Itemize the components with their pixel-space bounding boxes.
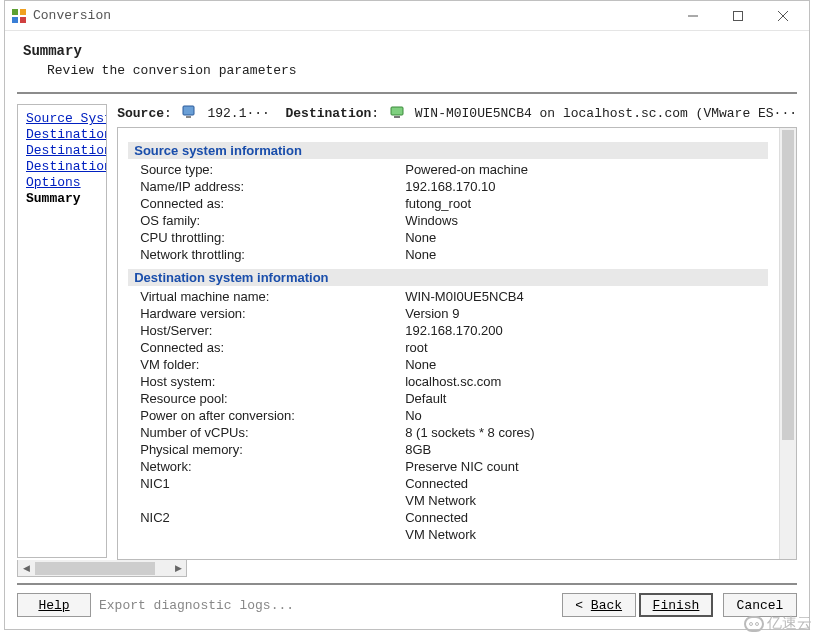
summary-row: Power on after conversion:No xyxy=(128,407,768,424)
scroll-left-arrow[interactable]: ◀ xyxy=(18,561,34,576)
wizard-body: Source SystemDestination SystemDestinati… xyxy=(5,100,809,560)
scroll-right-arrow[interactable]: ▶ xyxy=(170,561,186,576)
section-header: Destination system information xyxy=(128,269,768,286)
summary-value: Default xyxy=(405,390,768,407)
page-subtitle: Review the conversion parameters xyxy=(23,63,791,78)
app-icon xyxy=(11,8,27,24)
watermark-cloud-icon xyxy=(744,616,764,632)
summary-value: 8 (1 sockets * 8 cores) xyxy=(405,424,768,441)
hscroll-thumb[interactable] xyxy=(35,562,155,575)
summary-key: Connected as: xyxy=(140,339,405,356)
summary-value: No xyxy=(405,407,768,424)
titlebar: Conversion xyxy=(5,1,809,31)
summary-key: NIC1 xyxy=(140,475,405,492)
wizard-step-link: Summary xyxy=(26,191,98,207)
summary-value: 8GB xyxy=(405,441,768,458)
source-machine-icon xyxy=(182,104,198,120)
window-title: Conversion xyxy=(33,8,670,23)
summary-content: Source system informationSource type:Pow… xyxy=(118,128,778,559)
summary-key: Hardware version: xyxy=(140,305,405,322)
svg-rect-0 xyxy=(12,9,18,15)
vertical-scrollbar[interactable] xyxy=(779,128,796,559)
summary-row: Host system:localhost.sc.com xyxy=(128,373,768,390)
wizard-step-link[interactable]: Source System xyxy=(26,111,98,127)
summary-row: Name/IP address:192.168.170.10 xyxy=(128,178,768,195)
summary-row: Physical memory:8GB xyxy=(128,441,768,458)
svg-rect-3 xyxy=(20,17,26,23)
summary-key: Host system: xyxy=(140,373,405,390)
summary-key: Host/Server: xyxy=(140,322,405,339)
summary-value: VM Network xyxy=(405,492,768,509)
close-button[interactable] xyxy=(760,2,805,30)
summary-key: Physical memory: xyxy=(140,441,405,458)
summary-row: NIC2Connected xyxy=(128,509,768,526)
wizard-step-link[interactable]: Destination Virtual Machine xyxy=(26,143,98,159)
summary-key xyxy=(140,526,405,543)
svg-rect-1 xyxy=(20,9,26,15)
summary-value: Preserve NIC count xyxy=(405,458,768,475)
summary-row: OS family:Windows xyxy=(128,212,768,229)
minimize-button[interactable] xyxy=(670,2,715,30)
summary-key: NIC2 xyxy=(140,509,405,526)
maximize-button[interactable] xyxy=(715,2,760,30)
summary-key: VM folder: xyxy=(140,356,405,373)
summary-row: Network:Preserve NIC count xyxy=(128,458,768,475)
summary-key: Name/IP address: xyxy=(140,178,405,195)
summary-row: Resource pool:Default xyxy=(128,390,768,407)
summary-value: None xyxy=(405,356,768,373)
summary-row: Host/Server:192.168.170.200 xyxy=(128,322,768,339)
summary-row: Network throttling:None xyxy=(128,246,768,263)
summary-row: Number of vCPUs:8 (1 sockets * 8 cores) xyxy=(128,424,768,441)
svg-rect-2 xyxy=(12,17,18,23)
scrollbar-thumb[interactable] xyxy=(782,130,794,440)
source-value: 192.1··· xyxy=(207,106,269,121)
svg-rect-10 xyxy=(391,107,403,115)
summary-row: Connected as:root xyxy=(128,339,768,356)
wizard-step-link[interactable]: Destination Location xyxy=(26,159,98,175)
summary-value: Version 9 xyxy=(405,305,768,322)
wizard-step-link[interactable]: Destination System xyxy=(26,127,98,143)
summary-value: Powered-on machine xyxy=(405,161,768,178)
summary-row: Hardware version:Version 9 xyxy=(128,305,768,322)
export-logs-link[interactable]: Export diagnostic logs... xyxy=(99,598,294,613)
finish-button[interactable]: Finish xyxy=(639,593,713,617)
summary-value: None xyxy=(405,246,768,263)
summary-row: Source type:Powered-on machine xyxy=(128,161,768,178)
back-button[interactable]: < Back xyxy=(562,593,636,617)
summary-value: WIN-M0I0UE5NCB4 xyxy=(405,288,768,305)
summary-key: Resource pool: xyxy=(140,390,405,407)
summary-row: CPU throttling:None xyxy=(128,229,768,246)
window-controls xyxy=(670,2,805,30)
source-destination-line: Source: 192.1··· Destination: WIN-M0I0UE… xyxy=(117,100,797,127)
help-button[interactable]: Help xyxy=(17,593,91,617)
summary-value: 192.168.170.10 xyxy=(405,178,768,195)
summary-row: VM Network xyxy=(128,492,768,509)
summary-key: CPU throttling: xyxy=(140,229,405,246)
summary-key: Number of vCPUs: xyxy=(140,424,405,441)
page-header: Summary Review the conversion parameters xyxy=(5,31,809,88)
summary-value: Connected xyxy=(405,509,768,526)
summary-value: 192.168.170.200 xyxy=(405,322,768,339)
scroll-track[interactable] xyxy=(34,562,170,575)
source-label: Source xyxy=(117,106,164,121)
summary-key: Network: xyxy=(140,458,405,475)
summary-value: Windows xyxy=(405,212,768,229)
svg-rect-5 xyxy=(733,11,742,20)
conversion-window: Conversion Summary Review the conversion… xyxy=(4,0,810,630)
nav-horizontal-scrollbar[interactable]: ◀ ▶ xyxy=(17,560,187,577)
wizard-step-link[interactable]: Options xyxy=(26,175,98,191)
destination-value: WIN-M0I0UE5NCB4 on localhost.sc.com (VMw… xyxy=(415,106,797,121)
summary-key xyxy=(140,492,405,509)
watermark-text: 亿速云 xyxy=(767,614,812,633)
summary-value: Connected xyxy=(405,475,768,492)
summary-panel: Source system informationSource type:Pow… xyxy=(117,127,797,560)
section-header: Source system information xyxy=(128,142,768,159)
content-column: Source: 192.1··· Destination: WIN-M0I0UE… xyxy=(117,100,797,560)
summary-key: Connected as: xyxy=(140,195,405,212)
summary-value: futong_root xyxy=(405,195,768,212)
summary-row: NIC1Connected xyxy=(128,475,768,492)
wizard-nav: Source SystemDestination SystemDestinati… xyxy=(17,104,107,558)
svg-rect-11 xyxy=(394,116,400,118)
summary-key: Power on after conversion: xyxy=(140,407,405,424)
page-title: Summary xyxy=(23,43,791,59)
